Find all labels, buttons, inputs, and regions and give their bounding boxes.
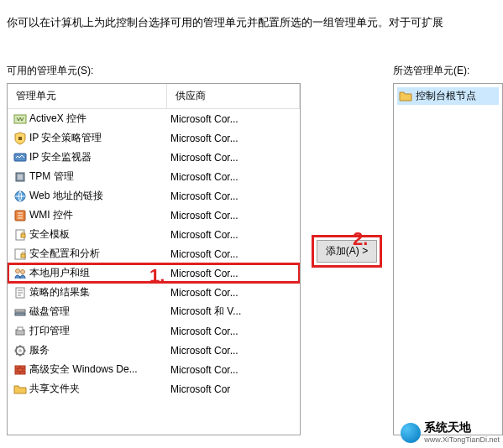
snapin-row[interactable]: Web 地址的链接Microsoft Cor... — [8, 186, 300, 206]
sec-template-icon — [13, 228, 27, 242]
dialog-description: 你可以在计算机上为此控制台选择可用的管理单元并配置所选的一组管理单元。对于可扩展 — [0, 0, 503, 30]
users-groups-icon — [13, 267, 27, 280]
snapin-name: 安全模板 — [29, 227, 170, 242]
snapin-row[interactable]: 打印管理Microsoft Cor... — [8, 321, 300, 341]
folder-icon — [399, 90, 412, 103]
snapin-row[interactable]: 安全配置和分析Microsoft Cor... — [8, 244, 300, 263]
snapin-row[interactable]: ActiveX 控件Microsoft Cor... — [8, 109, 300, 128]
snapin-vendor: Microsoft Cor... — [170, 268, 296, 279]
snapin-row[interactable]: 共享文件夹Microsoft Cor — [8, 379, 300, 399]
sec-config-icon — [13, 247, 27, 261]
list-header[interactable]: 管理单元 供应商 — [8, 84, 300, 109]
snapin-row[interactable]: IP 安全策略管理Microsoft Cor... — [8, 128, 300, 148]
snapin-name: 安全配置和分析 — [29, 247, 170, 261]
snapin-row[interactable]: WMI 控件Microsoft Cor... — [8, 206, 300, 225]
snapin-row[interactable]: TPM 管理Microsoft Cor... — [8, 167, 300, 186]
available-snapins-label: 可用的管理单元(S): — [7, 64, 301, 78]
snapin-vendor: Microsoft 和 V... — [170, 305, 296, 319]
snapin-name: 本地用户和组 — [29, 266, 170, 280]
add-button[interactable]: 添加(A) > — [317, 240, 377, 263]
watermark: 系统天地 www.XiTongTianDi.net — [401, 421, 500, 445]
activex-icon — [13, 112, 27, 126]
snapin-row[interactable]: 高级安全 Windows De...Microsoft Cor... — [8, 360, 300, 379]
ipsec-policy-icon — [13, 132, 27, 145]
snapin-vendor: Microsoft Cor... — [170, 113, 296, 125]
snapin-vendor: Microsoft Cor... — [170, 248, 296, 260]
watermark-url: www.XiTongTianDi.net — [424, 435, 500, 444]
snapin-vendor: Microsoft Cor... — [170, 345, 296, 357]
snapin-vendor: Microsoft Cor... — [170, 229, 296, 241]
disk-mgmt-icon — [13, 305, 27, 319]
tree-root-node[interactable]: 控制台根节点 — [397, 87, 499, 105]
snapin-name: TPM 管理 — [29, 169, 170, 184]
snapin-name: Web 地址的链接 — [29, 189, 170, 203]
services-icon — [13, 344, 27, 357]
selected-snapins-label: 所选管理单元(E): — [393, 64, 503, 78]
column-header-name[interactable]: 管理单元 — [8, 84, 167, 108]
selected-snapins-tree[interactable]: 控制台根节点 — [393, 83, 503, 435]
snapin-name: 高级安全 Windows De... — [29, 362, 170, 377]
snapin-vendor: Microsoft Cor... — [170, 171, 296, 183]
column-header-vendor[interactable]: 供应商 — [167, 84, 300, 108]
snapin-name: IP 安全策略管理 — [29, 131, 170, 145]
web-link-icon — [13, 190, 27, 203]
snapin-name: WMI 控件 — [29, 208, 170, 222]
tree-root-label: 控制台根节点 — [416, 89, 476, 103]
snapin-vendor: Microsoft Cor... — [170, 152, 296, 164]
snapin-name: 服务 — [29, 343, 170, 357]
snapin-row[interactable]: 服务Microsoft Cor... — [8, 341, 300, 360]
snapin-vendor: Microsoft Cor... — [170, 210, 296, 221]
watermark-logo-icon — [401, 423, 421, 443]
snapin-vendor: Microsoft Cor... — [170, 190, 296, 202]
snapin-row[interactable]: IP 安全监视器Microsoft Cor... — [8, 148, 300, 167]
snapin-vendor: Microsoft Cor... — [170, 133, 296, 144]
snapin-row[interactable]: 本地用户和组Microsoft Cor... — [8, 263, 300, 283]
snapin-name: 共享文件夹 — [29, 382, 170, 396]
firewall-icon — [13, 363, 27, 377]
shared-folders-icon — [13, 383, 27, 396]
snapin-name: 磁盘管理 — [29, 305, 170, 319]
rsop-icon — [13, 286, 27, 300]
tpm-icon — [13, 170, 27, 184]
snapin-name: 策略的结果集 — [29, 285, 170, 300]
snapin-vendor: Microsoft Cor — [170, 383, 296, 395]
watermark-title: 系统天地 — [424, 421, 500, 433]
snapin-row[interactable]: 策略的结果集Microsoft Cor... — [8, 283, 300, 302]
snapin-vendor: Microsoft Cor... — [170, 364, 296, 376]
snapin-row[interactable]: 安全模板Microsoft Cor... — [8, 225, 300, 244]
snapin-name: IP 安全监视器 — [29, 150, 170, 164]
print-mgmt-icon — [13, 325, 27, 338]
available-snapins-list[interactable]: 管理单元 供应商 ActiveX 控件Microsoft Cor...IP 安全… — [7, 83, 301, 435]
snapin-vendor: Microsoft Cor... — [170, 287, 296, 299]
snapin-vendor: Microsoft Cor... — [170, 326, 296, 337]
wmi-icon — [13, 209, 27, 222]
ipsec-monitor-icon — [13, 151, 27, 164]
snapin-row[interactable]: 磁盘管理Microsoft 和 V... — [8, 302, 300, 321]
snapin-name: 打印管理 — [29, 324, 170, 338]
snapin-name: ActiveX 控件 — [29, 112, 170, 126]
